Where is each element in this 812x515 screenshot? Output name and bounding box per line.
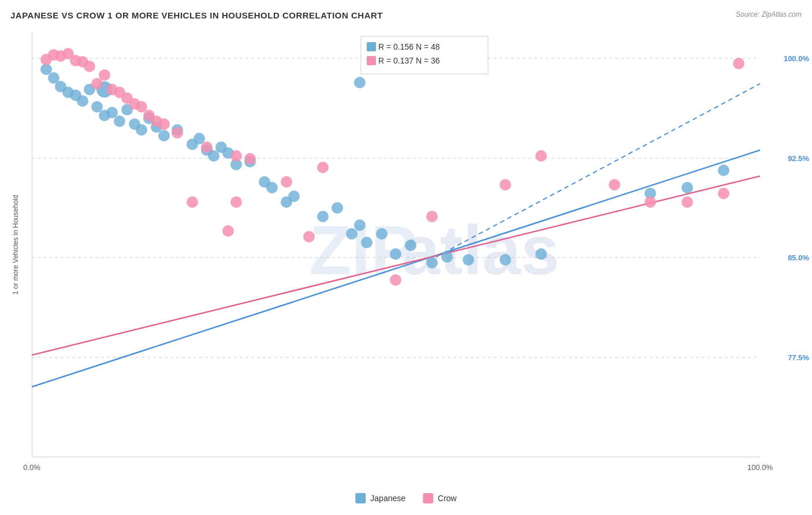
svg-point-88	[535, 150, 547, 162]
svg-point-48	[405, 240, 416, 251]
svg-text:R = 0.137   N = 36: R = 0.137 N = 36	[378, 56, 440, 65]
svg-point-41	[317, 211, 329, 222]
svg-line-10	[436, 84, 760, 257]
svg-point-92	[718, 188, 729, 199]
svg-point-91	[681, 196, 693, 208]
svg-point-43	[346, 228, 357, 240]
svg-point-51	[463, 254, 474, 266]
svg-point-89	[609, 179, 620, 191]
svg-point-80	[230, 150, 242, 162]
y-tick-77: 77.5%	[788, 353, 809, 362]
svg-point-52	[500, 254, 511, 266]
svg-point-40	[288, 191, 300, 202]
y-tick-92: 92.5%	[788, 154, 809, 163]
chart-title: JAPANESE VS CROW 1 OR MORE VEHICLES IN H…	[10, 10, 383, 20]
svg-point-38	[266, 182, 278, 193]
svg-text:R = 0.156   N = 48: R = 0.156 N = 48	[378, 42, 440, 51]
svg-point-87	[500, 179, 511, 191]
y-axis-label: 1 or more Vehicles in Household	[0, 32, 32, 457]
legend-japanese-color	[355, 493, 366, 503]
legend-crow: Crow	[423, 493, 457, 503]
svg-point-86	[426, 211, 438, 222]
svg-point-84	[317, 162, 329, 173]
svg-point-46	[376, 228, 388, 240]
x-tick-0: 0.0%	[23, 463, 40, 472]
svg-point-21	[114, 115, 125, 127]
svg-point-81	[244, 153, 256, 165]
bottom-legend: Japanese Crow	[355, 493, 456, 503]
svg-point-47	[390, 248, 401, 260]
legend-japanese: Japanese	[355, 493, 405, 503]
svg-point-75	[158, 118, 170, 130]
svg-point-44	[354, 219, 366, 231]
svg-point-90	[645, 196, 656, 208]
svg-point-50	[441, 251, 453, 263]
svg-point-77	[187, 196, 198, 208]
y-tick-100: 100.0%	[784, 54, 809, 63]
svg-point-67	[99, 69, 110, 81]
scatter-plot: ZIP atlas	[32, 32, 760, 457]
chart-container: JAPANESE VS CROW 1 OR MORE VEHICLES IN H…	[0, 0, 812, 515]
svg-point-76	[172, 127, 183, 139]
x-tick-100: 100.0%	[747, 463, 773, 472]
svg-point-56	[718, 165, 729, 176]
svg-point-82	[281, 176, 292, 188]
svg-point-93	[733, 58, 744, 69]
svg-point-65	[84, 61, 95, 72]
svg-line-8	[32, 150, 760, 387]
svg-point-55	[681, 182, 693, 193]
svg-point-24	[136, 124, 147, 136]
svg-point-94	[230, 196, 242, 208]
svg-point-45	[361, 237, 373, 248]
legend-crow-label: Crow	[438, 494, 457, 503]
svg-point-42	[331, 202, 343, 214]
source-label: Source: ZipAtlas.com	[736, 10, 802, 18]
y-tick-85: 85.0%	[788, 253, 809, 262]
svg-point-79	[222, 225, 234, 237]
svg-point-85	[390, 274, 401, 286]
svg-point-49	[426, 257, 438, 268]
legend-japanese-label: Japanese	[370, 494, 405, 503]
svg-rect-99	[367, 42, 376, 51]
svg-point-58	[354, 77, 366, 88]
svg-rect-101	[367, 56, 376, 65]
svg-point-53	[535, 248, 547, 260]
svg-point-27	[158, 130, 170, 141]
svg-point-83	[303, 231, 315, 242]
svg-point-16	[77, 95, 88, 107]
legend-crow-color	[423, 493, 433, 503]
svg-point-78	[201, 141, 213, 153]
